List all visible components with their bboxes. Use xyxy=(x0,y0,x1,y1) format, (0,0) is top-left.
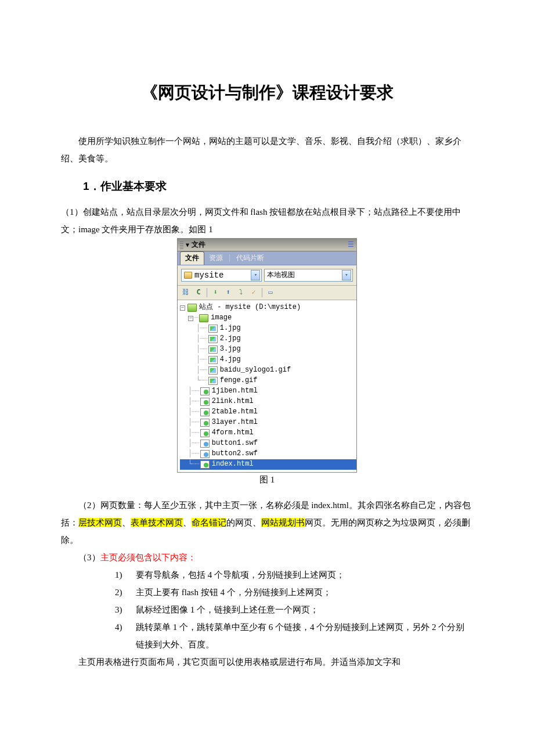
list-text: 鼠标经过图像 1 个，链接到上述任意一个网页； xyxy=(136,601,473,618)
grip-icon xyxy=(180,241,183,249)
html-file-icon xyxy=(200,408,210,416)
tree-line: └┈┈ xyxy=(188,460,199,469)
tree-line: │┈┈ xyxy=(188,387,199,396)
image-file-icon xyxy=(208,366,218,375)
tree-file[interactable]: │┈┈4.jpg xyxy=(180,355,356,365)
tree-root[interactable]: − 站点 - mysite (D:\mysite) xyxy=(180,303,356,313)
tree-file-label: 2.jpg xyxy=(220,334,241,344)
tree-line: │┈┈ xyxy=(188,449,199,459)
download-icon[interactable]: ⬇ xyxy=(211,288,220,297)
tree-line: │┈┈ xyxy=(188,429,199,438)
tree-file[interactable]: └┈┈fenge.gif xyxy=(180,376,356,386)
tree-file-label: button2.swf xyxy=(212,449,258,459)
connect-icon[interactable]: ⛓ xyxy=(181,288,190,297)
image-file-icon xyxy=(208,356,218,364)
tab-resources[interactable]: 资源 xyxy=(204,252,228,265)
view-dropdown[interactable]: 本地视图 ▾ xyxy=(264,269,353,282)
paragraph-4: 主页用表格进行页面布局，其它页面可以使用表格或层进行布局。并适当添加文字和 xyxy=(61,653,473,671)
tree-folder-label: image xyxy=(211,314,232,323)
tree-line: │┈┈ xyxy=(196,345,207,354)
list-text: 跳转菜单 1 个，跳转菜单中至少有 6 个链接，4 个分别链接到上述网页，另外 … xyxy=(136,618,473,653)
html-file-icon xyxy=(200,398,210,406)
html-file-icon xyxy=(200,419,210,427)
tree-file[interactable]: │┈┈2table.html xyxy=(180,407,356,417)
view-dropdown-label: 本地视图 xyxy=(267,271,340,280)
tree-file-label: 3.jpg xyxy=(220,345,241,354)
tree-line: │┈┈ xyxy=(188,397,199,406)
tree-line: ┈ xyxy=(194,314,198,323)
tree-file[interactable]: │┈┈3layer.html xyxy=(180,417,356,428)
triangle-down-icon: ▼ xyxy=(186,241,189,249)
tree-file[interactable]: │┈┈button2.swf xyxy=(180,449,356,459)
tree-file-selected[interactable]: └┈┈index.html xyxy=(180,459,356,470)
list-item: 4) 跳转菜单 1 个，跳转菜单中至少有 6 个链接，4 个分别链接到上述网页，… xyxy=(115,618,473,653)
tree-folder-image[interactable]: − ┈ image xyxy=(180,313,356,323)
highlight-anchor: 命名锚记 xyxy=(192,518,226,527)
panel-menu-icon[interactable]: ☰ xyxy=(348,240,354,250)
highlight-layer: 层技术网页 xyxy=(78,518,122,527)
list-number: 3) xyxy=(115,601,136,618)
upload-icon[interactable]: ⬆ xyxy=(223,288,233,297)
tree-line: │┈┈ xyxy=(188,408,199,417)
section-heading-1: 1．作业基本要求 xyxy=(61,175,473,197)
image-file-icon xyxy=(208,335,218,343)
collapse-icon[interactable]: − xyxy=(188,316,193,321)
list-text: 主页上要有 flash 按钮 4 个，分别链接到上述网页； xyxy=(136,584,473,601)
list-number: 2) xyxy=(115,584,136,601)
list-item: 3) 鼠标经过图像 1 个，链接到上述任意一个网页； xyxy=(115,601,473,618)
tree-file[interactable]: │┈┈button1.swf xyxy=(180,438,356,449)
paragraph-2: （2）网页数量：每人至少五张，其中主页一张，名称必须是 index.html。其… xyxy=(61,496,473,549)
highlight-plan: 网站规划书 xyxy=(261,518,305,527)
site-dropdown-label: mysite xyxy=(194,270,248,280)
tree-file[interactable]: │┈┈2.jpg xyxy=(180,334,356,344)
file-tree: − 站点 - mysite (D:\mysite) − ┈ image │┈┈1… xyxy=(178,300,356,472)
tree-file-label: fenge.gif xyxy=(220,376,258,386)
tree-file-label: 2link.html xyxy=(212,397,254,406)
collapse-icon[interactable]: − xyxy=(180,305,185,311)
swf-file-icon xyxy=(200,440,210,448)
html-file-icon xyxy=(200,387,210,395)
panel-toolbar: ⛓ C ⬇ ⬆ ⤵ ✓ ▭ xyxy=(178,286,356,300)
tree-file[interactable]: │┈┈2link.html xyxy=(180,397,356,407)
red-text: 主页必须包含以下内容： xyxy=(100,553,196,562)
tree-line: │┈┈ xyxy=(188,418,199,427)
refresh-icon[interactable]: C xyxy=(194,288,203,297)
folder-open-icon xyxy=(187,304,197,312)
panel-dropdown-row: mysite ▾ 本地视图 ▾ xyxy=(178,265,356,286)
tree-root-label: 站点 - mysite (D:\mysite) xyxy=(199,303,301,312)
paragraph-3: （3）主页必须包含以下内容： xyxy=(61,549,473,566)
tree-line: │┈┈ xyxy=(196,366,207,375)
image-file-icon xyxy=(208,325,218,333)
site-dropdown[interactable]: mysite ▾ xyxy=(181,269,262,282)
intro-paragraph: 使用所学知识独立制作一个网站，网站的主题可以是文学、音乐、影视、自我介绍（求职）… xyxy=(61,132,473,167)
toolbar-separator xyxy=(207,288,207,297)
tree-file-label: 2table.html xyxy=(212,408,258,417)
files-panel: ▼ 文件 ☰ 文件 资源 | 代码片断 mysite ▾ 本地视图 ▾ ⛓ xyxy=(177,238,357,473)
tree-file-label: baidu_sylogo1.gif xyxy=(220,366,291,375)
chevron-down-icon: ▾ xyxy=(342,270,351,280)
tree-line: │┈┈ xyxy=(188,439,199,448)
tree-file-label: 4form.html xyxy=(212,429,254,438)
tab-files[interactable]: 文件 xyxy=(180,251,204,265)
html-file-icon xyxy=(200,429,210,437)
panel-collapse-header[interactable]: ▼ 文件 ☰ xyxy=(178,239,356,251)
tree-file[interactable]: │┈┈4form.html xyxy=(180,428,356,438)
expand-icon[interactable]: ▭ xyxy=(266,288,275,297)
sync-icon[interactable]: ⤵ xyxy=(236,288,246,297)
tree-file[interactable]: │┈┈baidu_sylogo1.gif xyxy=(180,365,356,376)
tree-file[interactable]: │┈┈1jiben.html xyxy=(180,386,356,397)
list-number: 4) xyxy=(115,618,136,653)
list-item: 2) 主页上要有 flash 按钮 4 个，分别链接到上述网页； xyxy=(115,584,473,601)
paragraph-1: （1）创建站点，站点目录层次分明，网页文件和 flash 按钮都放在站点根目录下… xyxy=(61,203,473,238)
tree-line: │┈┈ xyxy=(196,324,207,333)
tree-line: └┈┈ xyxy=(196,376,207,386)
html-file-icon xyxy=(200,460,210,469)
tree-file[interactable]: │┈┈1.jpg xyxy=(180,323,356,334)
tree-file-label: 1.jpg xyxy=(220,324,241,333)
tree-line: │┈┈ xyxy=(196,355,207,365)
panel-tab-row: 文件 资源 | 代码片断 xyxy=(178,251,356,265)
checkout-icon[interactable]: ✓ xyxy=(249,288,258,297)
tree-file[interactable]: │┈┈3.jpg xyxy=(180,344,356,355)
chevron-down-icon: ▾ xyxy=(251,270,260,280)
tab-snippets[interactable]: 代码片断 xyxy=(232,252,269,265)
